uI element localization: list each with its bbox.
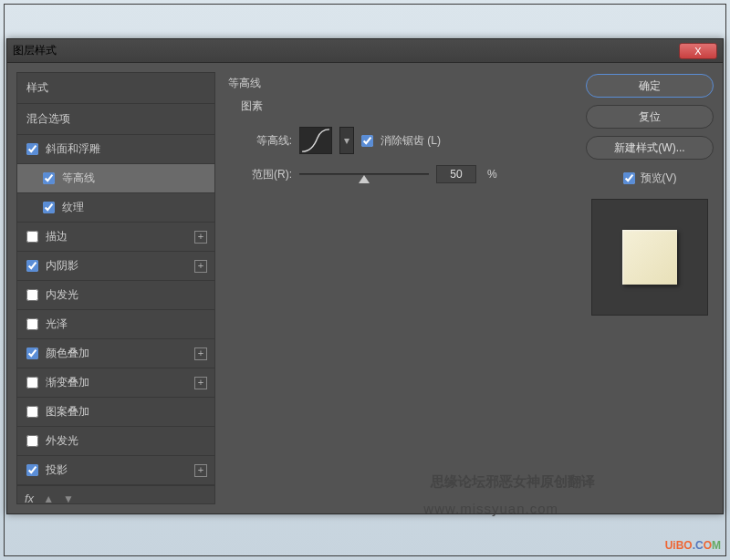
dialog-title: 图层样式 [13,43,57,58]
preview-swatch [622,230,677,285]
section-title: 等高线 [224,72,577,97]
style-item[interactable]: 斜面和浮雕 [17,135,214,164]
section-subtitle: 图素 [224,97,577,121]
style-item-label: 颜色叠加 [46,346,89,361]
style-item-label: 斜面和浮雕 [46,141,100,157]
close-button[interactable]: X [679,43,717,59]
anti-alias-checkbox[interactable] [361,135,373,147]
plus-icon[interactable]: + [194,260,207,273]
style-item[interactable]: 描边+ [17,223,214,252]
style-item[interactable]: 等高线 [17,164,214,193]
style-item[interactable]: 纹理 [17,193,214,223]
titlebar: 图层样式 X [7,39,723,63]
style-item[interactable]: 渐变叠加+ [17,368,214,398]
range-slider[interactable] [299,168,429,181]
anti-alias-label: 消除锯齿 (L) [381,133,441,149]
style-item-label: 外发光 [46,433,78,449]
style-item-label: 投影 [46,462,68,478]
style-item[interactable]: 内阴影+ [17,252,214,281]
arrow-down-icon[interactable]: ▼ [63,493,74,505]
action-panel: 确定 复位 新建样式(W)... 预览(V) [586,72,714,504]
styles-list-panel: 样式 混合选项 斜面和浮雕等高线纹理描边+内阴影+内发光光泽颜色叠加+渐变叠加+… [16,72,215,504]
range-input[interactable] [436,165,476,183]
style-item-checkbox[interactable] [26,435,38,447]
style-item-checkbox[interactable] [43,202,55,213]
contour-label: 等高线: [241,133,292,149]
styles-footer: fx ▲ ▼ [17,485,214,511]
style-item-label: 图案叠加 [46,404,89,420]
contour-dropdown-icon[interactable]: ▾ [339,127,354,154]
style-item[interactable]: 投影+ [17,456,214,485]
slider-handle-icon[interactable] [359,175,370,183]
style-item-label: 等高线 [62,171,95,186]
style-item-checkbox[interactable] [26,143,38,155]
style-item-label: 渐变叠加 [46,375,89,390]
style-item-checkbox[interactable] [26,260,38,272]
style-item-checkbox[interactable] [26,289,38,301]
plus-icon[interactable]: + [194,231,207,244]
plus-icon[interactable]: + [194,347,207,360]
style-item-checkbox[interactable] [43,172,55,184]
style-item-label: 光泽 [46,316,68,332]
preview-label: 预览(V) [641,171,677,186]
style-item-checkbox[interactable] [26,318,38,330]
style-item-checkbox[interactable] [26,377,38,389]
plus-icon[interactable]: + [194,377,207,389]
watermark-text-2: www.missyuan.com [423,501,558,516]
new-style-button[interactable]: 新建样式(W)... [586,136,714,160]
style-item-label: 内阴影 [46,258,78,274]
plus-icon[interactable]: + [194,464,207,477]
style-item[interactable]: 图案叠加 [17,398,214,427]
style-item-checkbox[interactable] [26,231,38,243]
layer-style-dialog: 图层样式 X 样式 混合选项 斜面和浮雕等高线纹理描边+内阴影+内发光光泽颜色叠… [6,38,724,514]
style-item[interactable]: 外发光 [17,427,214,456]
contour-picker[interactable] [299,127,332,154]
style-item[interactable]: 内发光 [17,281,214,310]
style-item-label: 纹理 [62,200,84,215]
preview-checkbox[interactable] [623,172,635,184]
reset-button[interactable]: 复位 [586,105,714,129]
watermark-text-1: 思缘论坛邪恶女神原创翻译 [431,473,595,491]
fx-label[interactable]: fx [25,492,34,505]
style-item-label: 描边 [46,229,68,244]
style-item-checkbox[interactable] [26,347,38,359]
style-item-checkbox[interactable] [26,406,38,418]
range-label: 范围(R): [241,167,292,182]
range-unit: % [487,168,497,181]
style-item-checkbox[interactable] [26,464,38,476]
style-item[interactable]: 光泽 [17,310,214,339]
style-item-label: 内发光 [46,287,78,303]
blending-options[interactable]: 混合选项 [17,104,214,135]
arrow-up-icon[interactable]: ▲ [43,493,54,505]
ok-button[interactable]: 确定 [586,74,714,98]
preview-thumbnail [591,199,708,316]
watermark-logo: UiBO.COM [665,536,721,553]
settings-panel: 等高线 图素 等高线: ▾ 消除锯齿 (L) 范围(R): % [224,72,577,504]
style-item[interactable]: 颜色叠加+ [17,339,214,368]
styles-header: 样式 [17,73,214,104]
